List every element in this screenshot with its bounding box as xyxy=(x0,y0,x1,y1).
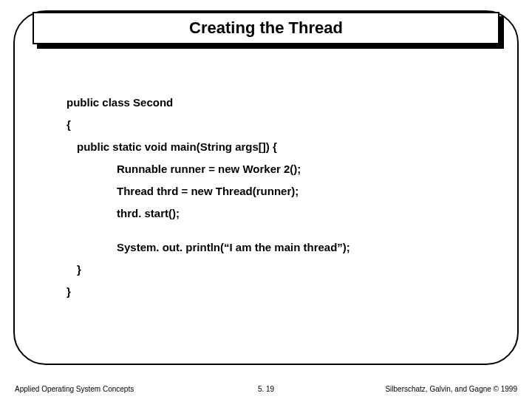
code-line: System. out. println(“I am the main thre… xyxy=(66,241,488,254)
code-line: thrd. start(); xyxy=(66,207,488,220)
code-line: public class Second xyxy=(66,96,488,109)
footer: Applied Operating System Concepts 5. 19 … xyxy=(0,378,532,393)
title-box: Creating the Thread xyxy=(33,12,499,44)
code-block: public class Second { public static void… xyxy=(66,96,488,307)
code-line: public static void main(String args[]) { xyxy=(66,140,488,154)
code-line: } xyxy=(66,285,488,299)
code-line: Runnable runner = new Worker 2(); xyxy=(66,163,488,176)
code-line: Thread thrd = new Thread(runner); xyxy=(66,185,488,198)
footer-copyright: Silberschatz, Galvin, and Gagne © 1999 xyxy=(385,385,517,393)
title-container: Creating the Thread xyxy=(33,12,499,44)
slide: Creating the Thread public class Second … xyxy=(0,0,532,399)
blank-line xyxy=(66,229,488,241)
code-line: } xyxy=(66,263,488,276)
slide-title: Creating the Thread xyxy=(189,18,343,38)
code-line: { xyxy=(66,118,488,132)
